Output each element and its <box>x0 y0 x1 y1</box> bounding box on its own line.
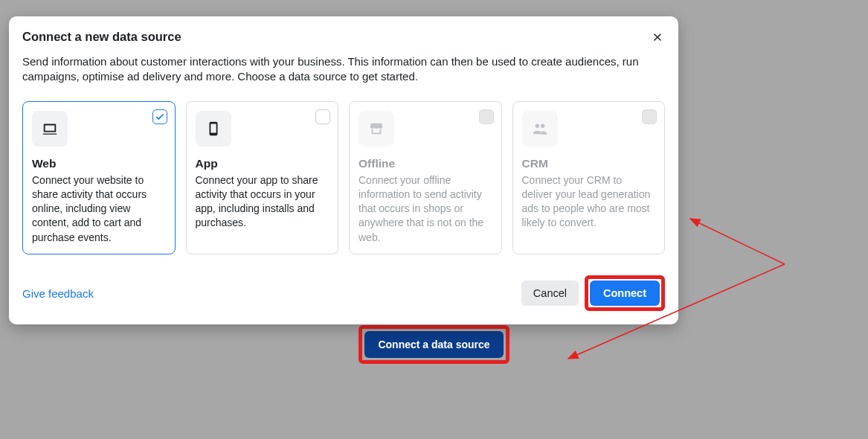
card-title: Web <box>32 157 166 170</box>
data-source-cards: Web Connect your website to share activi… <box>22 101 665 255</box>
connect-data-source-button[interactable]: Connect a data source <box>364 331 503 358</box>
card-description: Connect your CRM to deliver your lead ge… <box>522 173 656 231</box>
card-checkbox[interactable] <box>152 109 167 124</box>
connect-data-source-modal: Connect a new data source Send informati… <box>9 16 678 324</box>
modal-title: Connect a new data source <box>22 30 181 44</box>
connect-button-highlight: Connect <box>585 275 665 311</box>
card-title: Offline <box>359 157 492 170</box>
cancel-button[interactable]: Cancel <box>521 281 579 306</box>
modal-header: Connect a new data source <box>22 30 665 47</box>
modal-description: Send information about customer interact… <box>22 54 665 85</box>
connect-button[interactable]: Connect <box>590 281 660 306</box>
card-checkbox <box>642 109 657 124</box>
give-feedback-link[interactable]: Give feedback <box>22 287 94 300</box>
data-source-card-crm[interactable]: CRM Connect your CRM to deliver your lea… <box>512 101 666 255</box>
modal-footer: Give feedback Cancel Connect <box>22 275 665 311</box>
connect-data-source-highlight: Connect a data source <box>359 325 509 364</box>
data-source-card-offline[interactable]: Offline Connect your offline information… <box>349 101 502 255</box>
data-source-card-app[interactable]: App Connect your app to share activity t… <box>186 101 339 255</box>
data-source-card-web[interactable]: Web Connect your website to share activi… <box>22 101 176 255</box>
close-icon <box>652 31 663 43</box>
card-description: Connect your website to share activity t… <box>32 173 166 246</box>
card-title: App <box>196 157 329 170</box>
phone-icon <box>196 111 231 147</box>
store-icon <box>359 111 394 147</box>
laptop-icon <box>32 111 68 147</box>
card-description: Connect your offline information to send… <box>359 173 492 246</box>
people-icon <box>522 111 558 147</box>
card-checkbox[interactable] <box>315 109 330 124</box>
card-description: Connect your app to share activity that … <box>196 173 329 231</box>
footer-buttons: Cancel Connect <box>521 275 665 311</box>
card-title: CRM <box>522 157 656 170</box>
check-icon <box>155 112 165 122</box>
card-checkbox <box>479 109 494 124</box>
close-button[interactable] <box>650 30 665 47</box>
